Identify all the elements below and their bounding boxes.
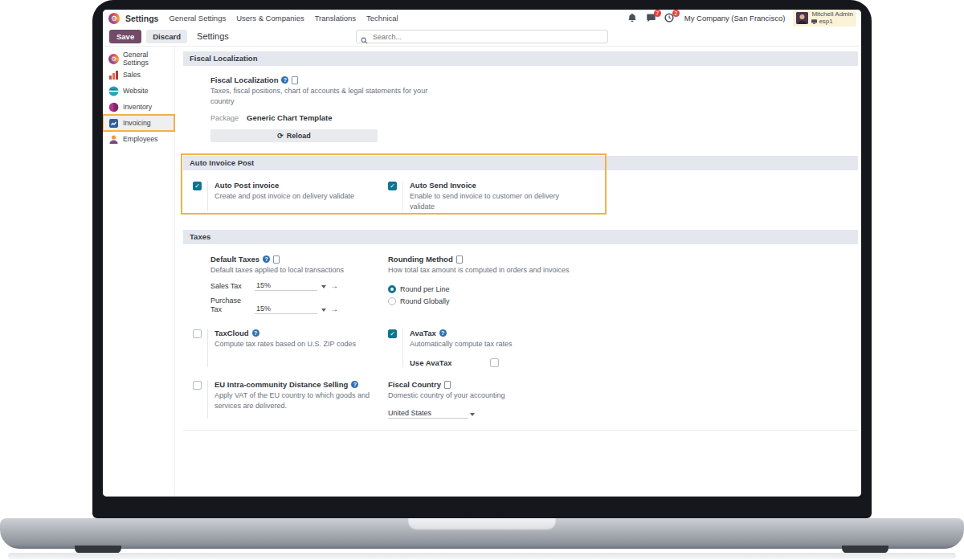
help-icon[interactable]: ? [439, 329, 447, 337]
auto-post-invoice-checkbox[interactable]: ✓ [193, 182, 202, 190]
taxes-row-2: TaxCloud ? Compute tax rates based on U.… [183, 314, 858, 368]
activities-badge: 2 [672, 10, 680, 17]
round-per-line-label: Round per Line [400, 285, 450, 293]
avatax-description: Automatically compute tax rates [410, 339, 513, 349]
sales-tax-label: Sales Tax [210, 282, 252, 291]
documentation-book-icon[interactable] [444, 381, 451, 389]
dropdown-caret-icon[interactable] [321, 309, 326, 312]
monitor-icon [811, 19, 817, 24]
sidebar-item-employees[interactable]: Employees [103, 131, 174, 147]
auto-post-invoice-option: ✓ Auto Post invoice Create and post invo… [193, 181, 388, 211]
search-icon [361, 33, 368, 47]
user-menu[interactable]: Mitchell Admin esp1 [793, 10, 856, 27]
laptop-notch [408, 518, 556, 530]
round-per-line-radio[interactable] [388, 285, 396, 293]
help-icon[interactable]: ? [263, 255, 270, 263]
help-icon[interactable]: ? [281, 76, 288, 84]
help-icon[interactable]: ? [351, 381, 358, 388]
menu-general-settings[interactable]: General Settings [169, 14, 226, 22]
eu-distance-selling-checkbox[interactable] [193, 381, 202, 390]
default-taxes-title: Default Taxes [210, 255, 259, 264]
reload-button[interactable]: ⟳ Reload [210, 129, 378, 142]
taxcloud-description: Compute tax rates based on U.S. ZIP code… [214, 339, 356, 349]
fiscal-localization-block: Fiscal Localization ? Taxes, fiscal posi… [210, 76, 451, 142]
search-input[interactable] [356, 30, 608, 43]
settings-main: Fiscal Localization Fiscal Localization … [175, 47, 861, 497]
notifications-bell-icon[interactable] [627, 13, 638, 23]
auto-invoice-post-section: Auto Invoice Post ✓ Auto Post invoice Cr… [183, 156, 858, 223]
rounding-method-title: Rounding Method [388, 255, 453, 264]
dropdown-caret-icon[interactable] [321, 285, 326, 288]
taxes-row-1: Default Taxes ? Default taxes applied to… [183, 244, 858, 313]
messages-icon[interactable]: 7 [646, 13, 656, 23]
odoo-settings-app-icon[interactable]: ⚙ [108, 13, 120, 24]
package-label: Package [210, 114, 239, 122]
package-value[interactable]: Generic Chart Template [247, 113, 332, 122]
systray: 7 2 My Company (San Francisco) Mitchell … [627, 10, 856, 27]
laptop-mockup: ⚙ Settings General Settings Users & Comp… [0, 0, 964, 560]
surface-shadow [8, 553, 956, 559]
fiscal-country-title: Fiscal Country [388, 380, 441, 389]
inventory-icon [108, 102, 119, 112]
gear-icon: ⚙ [108, 54, 119, 64]
round-globally-radio[interactable] [388, 297, 396, 305]
fiscal-localization-title: Fiscal Localization [210, 76, 278, 84]
avatax-option: ✓ AvaTax ? Automatically compute tax rat… [388, 329, 583, 368]
auto-send-invoice-checkbox[interactable]: ✓ [388, 182, 397, 190]
user-avatar [796, 12, 808, 24]
taxcloud-checkbox[interactable] [193, 329, 202, 338]
eu-distance-selling-description: Apply VAT of the EU country to which goo… [214, 390, 388, 411]
activities-clock-icon[interactable]: 2 [664, 13, 675, 23]
eu-distance-selling-title: EU Intra-community Distance Selling [214, 380, 348, 389]
sidebar-item-sales[interactable]: Sales [103, 67, 174, 83]
bar-chart-icon [108, 70, 119, 80]
purchase-tax-label: Purchase Tax [210, 296, 252, 314]
documentation-book-icon[interactable] [456, 255, 463, 264]
breadcrumb: Settings [197, 31, 229, 41]
menu-technical[interactable]: Technical [366, 14, 398, 22]
discard-button[interactable]: Discard [146, 30, 187, 43]
documentation-book-icon[interactable] [292, 76, 298, 84]
screen: ⚙ Settings General Settings Users & Comp… [103, 10, 861, 497]
invoicing-icon [108, 118, 119, 129]
auto-send-invoice-label: Auto Send Invoice [410, 181, 583, 190]
dropdown-caret-icon[interactable] [470, 413, 475, 416]
default-taxes-description: Default taxes applied to local transacti… [210, 265, 388, 276]
round-globally-label: Round Globally [400, 297, 450, 305]
fiscal-country-select[interactable]: United States [388, 409, 468, 419]
employees-icon [108, 134, 119, 145]
auto-send-invoice-option: ✓ Auto Send Invoice Enable to send invoi… [388, 181, 583, 211]
save-button[interactable]: Save [109, 30, 141, 43]
auto-post-invoice-description: Create and post invoice on delivery vali… [214, 191, 354, 202]
fiscal-country-description: Domestic country of your accounting [388, 390, 613, 401]
company-switcher[interactable]: My Company (San Francisco) [684, 14, 786, 22]
section-header-fiscal-localization: Fiscal Localization [183, 51, 858, 66]
section-header-auto-invoice-post: Auto Invoice Post [183, 156, 858, 170]
rounding-method-description: How total tax amount is computed in orde… [388, 265, 613, 276]
refresh-icon: ⟳ [277, 132, 284, 140]
auto-send-invoice-description: Enable to send invoice to customer on de… [410, 191, 583, 211]
fiscal-localization-description: Taxes, fiscal positions, chart of accoun… [210, 86, 451, 106]
sidebar-item-general-settings[interactable]: ⚙ General Settings [103, 51, 174, 67]
purchase-tax-field[interactable]: 15% [255, 305, 317, 314]
help-icon[interactable]: ? [252, 329, 259, 337]
internal-link-arrow-icon[interactable]: → [330, 282, 338, 290]
taxcloud-title: TaxCloud [214, 329, 249, 337]
avatax-title: AvaTax [410, 329, 436, 337]
settings-sidebar: ⚙ General Settings Sales Website [103, 47, 175, 497]
eu-distance-selling-option: EU Intra-community Distance Selling ? Ap… [193, 380, 388, 419]
avatax-checkbox[interactable]: ✓ [388, 329, 397, 338]
sidebar-item-website[interactable]: Website [103, 83, 174, 99]
use-avatax-checkbox[interactable] [490, 358, 499, 367]
taxes-row-3: EU Intra-community Distance Selling ? Ap… [183, 367, 858, 419]
sidebar-item-inventory[interactable]: Inventory [103, 99, 174, 115]
sidebar-item-invoicing[interactable]: Invoicing [103, 115, 174, 131]
internal-link-arrow-icon[interactable]: → [330, 305, 338, 313]
sales-tax-field[interactable]: 15% [255, 281, 317, 291]
menu-translations[interactable]: Translations [315, 14, 356, 22]
app-name[interactable]: Settings [125, 14, 158, 23]
documentation-book-icon[interactable] [273, 255, 280, 264]
use-avatax-label: Use AvaTax [410, 358, 451, 367]
menu-users-companies[interactable]: Users & Companies [236, 14, 304, 22]
messages-badge: 7 [654, 10, 661, 17]
